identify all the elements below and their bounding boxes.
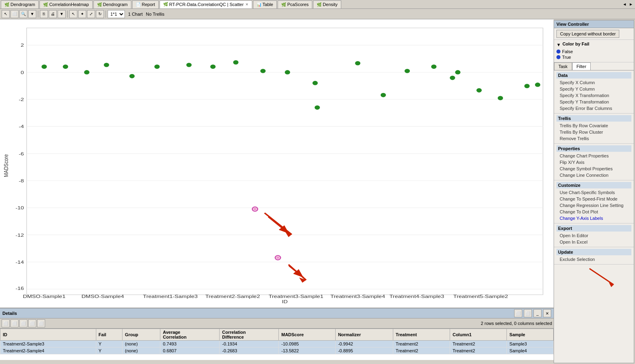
annotation-area <box>554 265 634 289</box>
col-column1[interactable]: Column1 <box>450 329 507 341</box>
col-corr-diff[interactable]: CorrelationDifference <box>220 329 279 341</box>
toolbar-star[interactable]: ✦ <box>78 10 86 18</box>
svg-text:-12: -12 <box>15 232 24 238</box>
table-row[interactable]: Treatment2-Sample4 Y (none) 0.6807 -0.26… <box>0 347 554 354</box>
svg-text:DMSO-Sample1: DMSO-Sample1 <box>23 294 66 299</box>
col-avg-corr[interactable]: AverageCorrelation <box>160 329 220 341</box>
chart-count-label: 1 Chart <box>128 12 143 17</box>
tab-task[interactable]: Task <box>554 62 572 70</box>
toolbar-cursor[interactable]: ↖ <box>2 10 10 18</box>
svg-point-47 <box>405 69 410 73</box>
tab-pcascores[interactable]: 🌿 PcaScores <box>278 0 312 8</box>
item-y-axis-labels[interactable]: Change Y-Axis Labels <box>556 215 631 221</box>
svg-point-41 <box>260 69 266 73</box>
col-sample[interactable]: Sample <box>507 329 554 341</box>
item-remove-trellis[interactable]: Remove Trellis <box>556 135 631 142</box>
toolbar-print[interactable]: 🖨 <box>49 10 57 18</box>
toolbar-btn1[interactable]: ⬜ <box>10 10 19 18</box>
toolbar-btn3[interactable]: ▼ <box>28 10 36 18</box>
item-change-line-connection[interactable]: Change Line Connection <box>556 172 631 178</box>
svg-point-43 <box>313 81 318 85</box>
tab-correlationheatmap[interactable]: 🌿 CorrelationHeatmap <box>39 0 92 8</box>
zoom-select[interactable]: 1*1 <box>108 10 125 18</box>
col-treatment[interactable]: Treatment <box>393 329 450 341</box>
toolbar-btn2[interactable]: 🔍 <box>19 10 27 18</box>
details-tool5[interactable]: ⬜ <box>37 319 45 327</box>
item-specify-error-bar[interactable]: Specify Error Bar Columns <box>556 105 631 112</box>
collapse-icon[interactable]: ▼ <box>556 42 561 47</box>
item-exclude-selection[interactable]: Exclude Selection <box>556 256 631 263</box>
section-customize: Customize Use Chart-Specific Symbols Cha… <box>554 180 634 223</box>
tab-dendrogram2[interactable]: 🌿 Dendrogram <box>93 0 131 8</box>
svg-point-52 <box>498 96 503 100</box>
tab-table[interactable]: 📊 Table <box>253 0 277 8</box>
section-trellis: Trellis Trellis By Row Covariate Trellis… <box>554 114 634 144</box>
tab-label-table: Table <box>263 2 273 7</box>
right-panel-title: View Controller <box>554 21 634 28</box>
tab-icon-pcascores: 🌿 <box>281 2 286 7</box>
tab-report[interactable]: 📄 Report <box>132 0 159 8</box>
item-speed-first-mode[interactable]: Change To Speed-First Mode <box>556 196 631 202</box>
details-table-container[interactable]: ID Fail Group AverageCorrelation Correla… <box>0 329 554 360</box>
details-toolbar: ⬜ ⬜ ⬜ ⬜ ⬜ 2 rows selected, 0 columns sel… <box>0 318 554 329</box>
details-btn2[interactable]: ⬜ <box>524 309 532 317</box>
filter-tabs: Task Filter <box>554 62 634 70</box>
item-change-chart-props[interactable]: Change Chart Properties <box>556 153 631 159</box>
details-btn1[interactable]: ⬜ <box>514 309 522 317</box>
item-specify-x-transform[interactable]: Specify X Transformation <box>556 92 631 99</box>
toolbar-select[interactable]: ↖ <box>69 10 77 18</box>
item-chart-specific-symbols[interactable]: Use Chart-Specific Symbols <box>556 189 631 196</box>
tab-nav-left[interactable]: ◄ <box>621 2 628 6</box>
chart-panel[interactable]: 2 0 -2 -4 -6 -8 -10 -12 -14 -16 <box>0 19 554 308</box>
tab-label-dendrogram2: Dendrogram <box>103 2 128 7</box>
details-close[interactable]: ✕ <box>543 309 551 317</box>
svg-text:-2: -2 <box>19 97 24 102</box>
tab-density[interactable]: 🌿 Density <box>313 0 341 8</box>
details-tool1[interactable]: ⬜ <box>2 319 10 327</box>
svg-point-37 <box>154 64 160 69</box>
color-by-label: Color by Fail <box>562 41 589 46</box>
item-change-symbol-props[interactable]: Change Symbol Properties <box>556 165 631 172</box>
annotation-svg <box>585 265 626 289</box>
svg-text:-4: -4 <box>19 124 24 129</box>
toolbar-copy[interactable]: ⎘ <box>40 10 48 18</box>
toolbar-print-dropdown[interactable]: ▼ <box>58 10 66 18</box>
col-group[interactable]: Group <box>122 329 160 341</box>
svg-point-39 <box>210 64 216 69</box>
tab-filter[interactable]: Filter <box>572 62 591 70</box>
tab-rtpcr[interactable]: 🌿 RT-PCR-Data.CorrelationQC | Scatter ✕ <box>160 0 252 8</box>
item-trellis-row-covariate[interactable]: Trellis By Row Covariate <box>556 122 631 129</box>
item-dot-plot[interactable]: Change To Dot Plot <box>556 209 631 215</box>
details-minimize[interactable]: _ <box>533 309 542 317</box>
tab-dendrogram1[interactable]: 🌿 Dendrogram <box>1 0 39 8</box>
col-fail[interactable]: Fail <box>96 329 122 341</box>
section-title-update: Update <box>556 249 631 255</box>
tab-label-dendrogram1: Dendrogram <box>10 2 35 7</box>
item-trellis-row-cluster[interactable]: Trellis By Row Cluster <box>556 129 631 135</box>
details-tool3[interactable]: ⬜ <box>19 319 27 327</box>
col-normalizer[interactable]: Normalizer <box>335 329 393 341</box>
item-open-excel[interactable]: Open In Excel <box>556 239 631 245</box>
svg-text:MADScore: MADScore <box>3 154 9 177</box>
col-id[interactable]: ID <box>0 329 96 341</box>
details-tool2[interactable]: ⬜ <box>10 319 19 327</box>
tab-nav-right[interactable]: ► <box>628 2 634 6</box>
item-flip-xy[interactable]: Flip X/Y Axis <box>556 159 631 165</box>
item-open-editor[interactable]: Open In Editor <box>556 232 631 239</box>
table-row[interactable]: Treatment2-Sample3 Y (none) 0.7493 -0.19… <box>0 341 554 347</box>
item-regression-line[interactable]: Change Regression Line Setting <box>556 202 631 209</box>
col-madscore[interactable]: MADScore <box>279 329 336 341</box>
main-container: 2 0 -2 -4 -6 -8 -10 -12 -14 -16 <box>0 19 635 364</box>
svg-text:DMSO-Sample4: DMSO-Sample4 <box>81 294 124 299</box>
tab-icon-rtpcr: 🌿 <box>163 2 168 6</box>
item-specify-y-col[interactable]: Specify Y Column <box>556 86 631 92</box>
toolbar-expand[interactable]: ⤢ <box>87 10 95 18</box>
item-specify-y-transform[interactable]: Specify Y Transformation <box>556 99 631 105</box>
svg-text:-8: -8 <box>19 178 24 183</box>
copy-legend-button[interactable]: Copy Legend without border <box>556 30 619 38</box>
toolbar-rotate[interactable]: ↻ <box>96 10 104 18</box>
details-tool4[interactable]: ⬜ <box>28 319 36 327</box>
item-specify-x-col[interactable]: Specify X Column <box>556 79 631 86</box>
tab-close-rtpcr[interactable]: ✕ <box>245 2 249 6</box>
svg-text:-6: -6 <box>19 151 24 156</box>
